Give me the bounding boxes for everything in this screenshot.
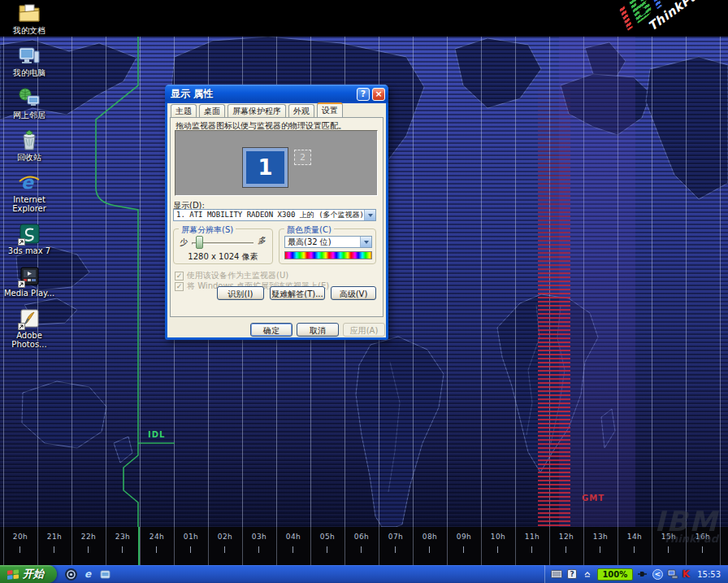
cancel-button[interactable]: 取消 (297, 323, 339, 337)
tab-desktop[interactable]: 桌面 (199, 104, 225, 117)
3ds-max-icon (18, 223, 41, 246)
battery-indicator[interactable]: 100% (597, 568, 633, 581)
desktop-icon-media-player[interactable]: Media Play... (2, 265, 57, 298)
apply-button: 应用(A) (343, 323, 385, 337)
resolution-value: 1280 x 1024 像素 (174, 251, 272, 263)
network-status-icon[interactable] (667, 568, 678, 580)
identify-button[interactable]: 识别(I) (217, 286, 264, 300)
start-button-label: 开始 (23, 567, 44, 581)
timezone-label: 11h (515, 533, 549, 541)
advanced-button[interactable]: 高级(V) (331, 286, 376, 300)
settings-tab-page: 拖动监视器图标以便与监视器的物理设置匹配。 1 2 显示(D): 1. ATI … (170, 117, 384, 317)
color-spectrum-bar (284, 251, 372, 259)
help-tray-icon[interactable]: ? (566, 568, 578, 580)
primary-monitor-checkbox: ✓ (175, 272, 184, 281)
desktop-icon-network-places[interactable]: 网上邻居 (2, 87, 57, 120)
shortcut-arrow-icon (18, 323, 25, 330)
timezone-ticks (3, 546, 728, 553)
desktop-screen: IDL GMT IBM ThinkPad 20h21h22h23h24h01h0… (0, 0, 728, 583)
quick-launch-icon-3[interactable] (99, 568, 111, 581)
power-plug-icon[interactable] (637, 568, 648, 580)
tab-strip: 主题 桌面 屏幕保护程序 外观 设置 (171, 104, 343, 117)
ibm-watermark: IBM ThinkPad (655, 507, 718, 545)
input-method-keyboard-icon[interactable] (551, 568, 562, 580)
media-player-icon (18, 265, 41, 288)
desktop-icon-label: 回收站 (17, 153, 41, 162)
my-computer-icon (18, 45, 41, 67)
troubleshoot-button[interactable]: 疑难解答(T)... (270, 286, 325, 300)
kaspersky-icon[interactable]: K (682, 568, 690, 580)
desktop-icon-recycle-bin[interactable]: 回收站 (2, 129, 57, 162)
language-bar-arrow-icon[interactable] (582, 568, 593, 580)
timezone-label: 06h (344, 533, 379, 541)
primary-monitor-checkbox-label: 使用该设备作为主监视器(U) (187, 270, 288, 281)
internet-explorer-icon: e (18, 172, 41, 194)
gmt-red-band (538, 37, 570, 527)
quick-launch-icon-1[interactable] (65, 568, 77, 581)
color-quality-combobox[interactable]: 最高(32 位) (284, 236, 372, 248)
timezone-label: 07h (379, 533, 413, 541)
gmt-label: GMT (582, 494, 604, 503)
internet-explorer-quicklaunch-icon[interactable]: e (82, 568, 94, 581)
desktop-icon-my-documents[interactable]: 我的文档 (2, 2, 57, 35)
wallpaper-top-band: IBM ThinkPad (0, 0, 728, 37)
timezone-label: 09h (447, 533, 481, 541)
dialog-bottom-buttons: 确定 取消 应用(A) (167, 323, 385, 337)
timezone-labels: 20h21h22h23h24h01h02h03h04h05h06h07h08h0… (3, 533, 720, 541)
idl-line-bottom (138, 527, 140, 565)
photoshop-icon (18, 307, 41, 330)
dialog-titlebar: 显示 属性 ? × (165, 85, 388, 103)
timezone-label: 02h (208, 533, 242, 541)
resolution-slider-thumb[interactable] (196, 236, 203, 249)
idl-label: IDL (148, 430, 165, 439)
monitor-2[interactable]: 2 (294, 150, 311, 165)
display-adapter-combobox[interactable]: 1. ATI MOBILITY RADEON X300 上的 (多个监视器) (173, 209, 376, 221)
timezone-band: 20h21h22h23h24h01h02h03h04h05h06h07h08h0… (0, 527, 728, 565)
svg-text:e: e (84, 568, 92, 580)
tab-screensaver[interactable]: 屏幕保护程序 (228, 104, 286, 117)
settings-action-buttons: 识别(I) 疑难解答(T)... 高级(V) (171, 286, 376, 300)
primary-monitor-checkbox-row: ✓ 使用该设备作为主监视器(U) (175, 270, 288, 281)
collapse-tray-chevron-icon[interactable]: < (652, 569, 663, 580)
desktop-icon-column: 我的文档 我的电脑 (2, 2, 57, 349)
desktop-icon-3ds-max[interactable]: 3ds max 7 (2, 223, 57, 255)
timezone-label: 20h (3, 533, 37, 541)
desktop-icon-adobe-photoshop[interactable]: Adobe Photos... (2, 307, 57, 349)
tab-appearance[interactable]: 外观 (288, 104, 314, 117)
desktop-icon-label: 我的文档 (13, 26, 46, 35)
quick-launch: e (65, 568, 111, 581)
dialog-title: 显示 属性 (171, 87, 354, 101)
resolution-more-label: 多 (258, 235, 266, 246)
taskbar: 开始 e ? 100% (0, 565, 728, 583)
monitor-1[interactable]: 1 (243, 148, 288, 187)
resolution-less-label: 少 (180, 237, 188, 248)
combo-dropdown-arrow-icon[interactable] (364, 210, 375, 220)
help-button[interactable]: ? (357, 88, 370, 101)
ibm-thinkpad-logo: IBM ThinkPad (594, 0, 708, 37)
display-adapter-value: 1. ATI MOBILITY RADEON X300 上的 (多个监视器) (174, 210, 364, 220)
color-quality-group: 颜色质量(C) 最高(32 位) (279, 228, 376, 264)
color-quality-group-title: 颜色质量(C) (284, 224, 334, 236)
taskbar-clock[interactable]: 15:53 (694, 570, 724, 579)
desktop-icon-internet-explorer[interactable]: e Internet Explorer (2, 172, 57, 213)
shortcut-arrow-icon (18, 238, 25, 246)
color-quality-value: 最高(32 位) (285, 237, 360, 248)
dialog-body: 主题 桌面 屏幕保护程序 外观 设置 拖动监视器图标以便与监视器的物理设置匹配。… (167, 103, 386, 337)
tab-themes[interactable]: 主题 (171, 104, 197, 117)
start-button[interactable]: 开始 (0, 565, 57, 583)
desktop-icon-my-computer[interactable]: 我的电脑 (2, 45, 57, 77)
timezone-label: 03h (242, 533, 276, 541)
timezone-label: 22h (72, 533, 106, 541)
close-button[interactable]: × (372, 88, 385, 101)
timezone-label: 01h (174, 533, 208, 541)
resolution-group-title: 屏幕分辨率(S) (179, 224, 236, 236)
desktop-icon-label: Internet Explorer (3, 195, 55, 213)
desktop-icon-label: Adobe Photos... (3, 331, 55, 349)
tab-settings[interactable]: 设置 (317, 102, 343, 117)
combo-dropdown-arrow-icon[interactable] (360, 237, 371, 247)
timezone-label: 05h (310, 533, 344, 541)
timezone-label: 14h (618, 533, 652, 541)
shortcut-arrow-icon (18, 281, 25, 288)
desktop-icon-label: Media Play... (4, 289, 54, 298)
ok-button[interactable]: 确定 (250, 323, 292, 337)
